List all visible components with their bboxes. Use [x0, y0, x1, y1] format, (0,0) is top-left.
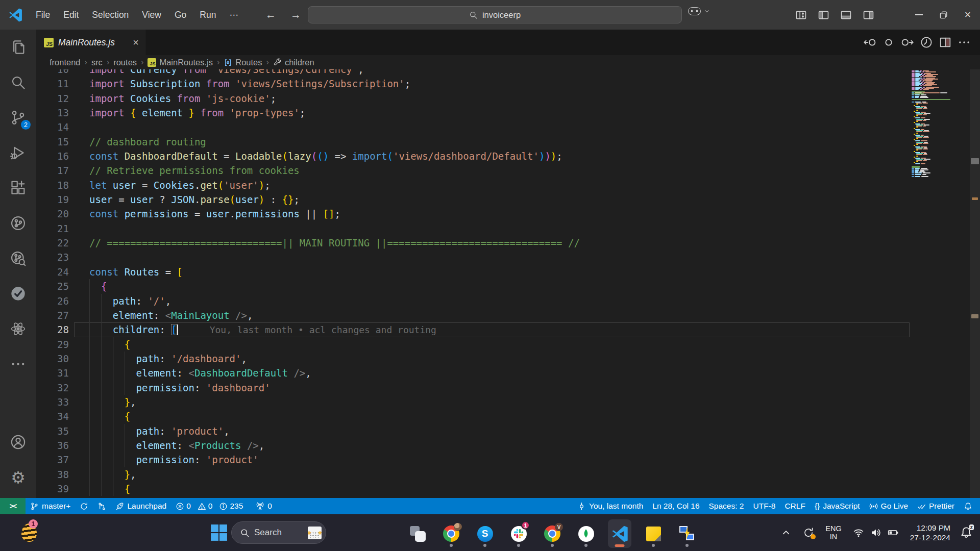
- tray-sync[interactable]: [803, 527, 814, 538]
- sidebar-item-extensions[interactable]: [0, 170, 36, 206]
- code-line[interactable]: 25 {: [36, 279, 912, 293]
- sidebar-item-accounts[interactable]: [0, 424, 36, 460]
- statusbar-launchpad[interactable]: Launchpad: [111, 498, 171, 514]
- code-line[interactable]: 12import Cookies from 'js-cookie';: [36, 91, 912, 106]
- copilot-button[interactable]: [688, 7, 710, 15]
- line-number[interactable]: 13: [36, 106, 69, 120]
- menubar-item-run[interactable]: Run: [193, 6, 223, 24]
- code-line[interactable]: 32 permission: 'dashboard': [36, 381, 912, 395]
- code-line[interactable]: 13import { element } from 'prop-types';: [36, 106, 912, 120]
- line-number[interactable]: 26: [36, 294, 69, 308]
- statusbar-cursor-position[interactable]: Ln 28, Col 16: [648, 498, 704, 514]
- command-center-search[interactable]: invoiceerp: [308, 6, 682, 23]
- close-button[interactable]: ×: [955, 0, 980, 30]
- line-number[interactable]: 25: [36, 279, 69, 293]
- sidebar-item-explorer[interactable]: [0, 30, 36, 65]
- line-number[interactable]: 29: [36, 337, 69, 352]
- taskbar-app-skype[interactable]: S: [473, 519, 497, 548]
- taskbar-app-zip-tool[interactable]: [675, 519, 699, 548]
- code-line[interactable]: 14: [36, 120, 912, 134]
- taskbar-app-task-view[interactable]: [406, 519, 429, 548]
- line-number[interactable]: 10: [36, 69, 69, 77]
- line-number[interactable]: 32: [36, 381, 69, 395]
- statusbar-language-mode[interactable]: {}JavaScript: [810, 498, 865, 514]
- menubar-item-selection[interactable]: Selection: [85, 6, 135, 24]
- sidebar-item-more-views[interactable]: [0, 346, 36, 382]
- menubar-item-more[interactable]: ⋯: [223, 6, 245, 24]
- nav-back-button[interactable]: ←: [265, 9, 276, 21]
- statusbar-ports[interactable]: 0: [251, 498, 277, 514]
- code-line[interactable]: 19user = user ? JSON.parse(user) : {};: [36, 192, 912, 207]
- panel-right-icon[interactable]: [863, 9, 874, 21]
- line-number[interactable]: 31: [36, 366, 69, 380]
- code-line[interactable]: 35 path: 'product',: [36, 424, 912, 438]
- taskbar-app-mongodb[interactable]: [574, 519, 598, 548]
- line-number[interactable]: 39: [36, 482, 69, 496]
- breadcrumb-item-frontend[interactable]: frontend: [50, 58, 81, 67]
- taskbar-app-chrome-profile-1[interactable]: [439, 519, 463, 548]
- code-line[interactable]: 29 {: [36, 337, 912, 352]
- code-line[interactable]: 34 {: [36, 409, 912, 423]
- statusbar-indentation[interactable]: Spaces: 2: [704, 498, 749, 514]
- code-line[interactable]: 17// Retrieve permissions from cookies: [36, 163, 912, 178]
- panel-bottom-icon[interactable]: [840, 9, 852, 21]
- tab-close-icon[interactable]: ×: [133, 37, 139, 47]
- tab-mainroutes[interactable]: JS MainRoutes.js ×: [36, 30, 145, 55]
- code-line[interactable]: 22// ==============================|| MA…: [36, 236, 912, 250]
- sidebar-item-todo-check[interactable]: [0, 276, 36, 311]
- line-number[interactable]: 33: [36, 395, 69, 409]
- statusbar-encoding[interactable]: UTF-8: [748, 498, 780, 514]
- statusbar-go-live[interactable]: Go Live: [865, 498, 913, 514]
- taskbar-app-slack[interactable]: 1: [507, 519, 530, 548]
- code-line[interactable]: 21: [36, 221, 912, 236]
- clock[interactable]: 12:09 PM 27-12-2024: [910, 523, 950, 542]
- line-number[interactable]: 37: [36, 453, 69, 467]
- code-line[interactable]: 39 {: [36, 482, 912, 496]
- next-change-icon[interactable]: [901, 36, 914, 49]
- line-number[interactable]: 21: [36, 221, 69, 236]
- statusbar-eol[interactable]: CRLF: [780, 498, 810, 514]
- code-line[interactable]: 20const permissions = user.permissions |…: [36, 207, 912, 221]
- minimize-button[interactable]: [906, 0, 931, 30]
- code-line[interactable]: 15// dashboard routing: [36, 135, 912, 149]
- battery-indicator[interactable]: [888, 527, 899, 538]
- sidebar-item-search[interactable]: [0, 65, 36, 100]
- minimap[interactable]: [912, 69, 958, 498]
- sidebar-item-gitlens[interactable]: [0, 206, 36, 241]
- line-number[interactable]: 28: [36, 322, 69, 337]
- menubar-item-view[interactable]: View: [135, 6, 168, 24]
- timeline-icon[interactable]: [920, 36, 933, 49]
- line-number[interactable]: 15: [36, 135, 69, 149]
- menubar-item-edit[interactable]: Edit: [57, 6, 85, 24]
- sidebar-item-settings[interactable]: ⚙: [0, 460, 36, 495]
- line-number[interactable]: 35: [36, 424, 69, 438]
- code-line[interactable]: 11import Subscription from 'views/Settin…: [36, 77, 912, 91]
- taskbar-app-sticky-notes[interactable]: [642, 519, 665, 548]
- start-button[interactable]: [210, 524, 228, 541]
- sidebar-item-source-control[interactable]: 2: [0, 100, 36, 135]
- statusbar-sync[interactable]: [75, 498, 93, 514]
- overview-ruler[interactable]: [958, 69, 980, 498]
- language-indicator[interactable]: ENG IN: [825, 524, 841, 541]
- code-line[interactable]: 24const Routes = [: [36, 265, 912, 279]
- line-number[interactable]: 34: [36, 409, 69, 423]
- notification-bell-dnd[interactable]: z: [960, 526, 973, 539]
- more-actions-icon[interactable]: [958, 36, 971, 49]
- code-line[interactable]: 18let user = Cookies.get('user');: [36, 178, 912, 192]
- breadcrumb-item-children[interactable]: children: [273, 58, 314, 67]
- code-line[interactable]: 37 permission: 'product': [36, 453, 912, 467]
- line-number[interactable]: 24: [36, 265, 69, 279]
- panel-left-icon[interactable]: [818, 9, 829, 21]
- statusbar-problems[interactable]: 00235: [171, 498, 251, 514]
- code-line[interactable]: 23: [36, 250, 912, 264]
- taskbar-app-vscode[interactable]: [608, 519, 631, 548]
- line-number[interactable]: 11: [36, 77, 69, 91]
- sidebar-item-react-devtools[interactable]: [0, 311, 36, 346]
- code-line[interactable]: 10import Currency from 'views/Settings/C…: [36, 69, 912, 77]
- taskbar-app-chrome-profile-2[interactable]: V: [541, 519, 564, 548]
- nav-forward-button[interactable]: →: [290, 9, 301, 21]
- split-editor-icon[interactable]: [939, 36, 952, 49]
- line-number[interactable]: 12: [36, 91, 69, 106]
- layout-customize-icon[interactable]: [795, 9, 807, 21]
- code-line[interactable]: 27 element: <MainLayout />,: [36, 308, 912, 322]
